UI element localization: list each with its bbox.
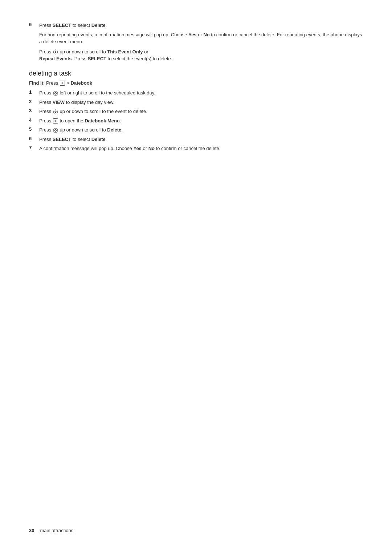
arrow-press: Press bbox=[39, 49, 53, 54]
intro-para1-text1: For non-repeating events, a confirmation… bbox=[39, 32, 188, 37]
intro-step6-delete: Delete bbox=[91, 23, 106, 28]
step-7-content: A confirmation message will pop up. Choo… bbox=[39, 145, 363, 152]
step3-press: Press bbox=[39, 109, 53, 114]
step4-menukey-icon bbox=[53, 118, 58, 123]
step4-text1: to open the bbox=[60, 118, 85, 123]
step-4-content: Press to open the Datebook Menu. bbox=[39, 117, 363, 125]
svg-point-5 bbox=[53, 91, 58, 96]
arrow-updown-text: up or down to scroll to bbox=[60, 49, 107, 54]
svg-marker-14 bbox=[56, 111, 57, 113]
step-3: 3 Press up or down to scroll to the even… bbox=[29, 108, 363, 115]
svg-marker-13 bbox=[54, 111, 55, 113]
svg-point-15 bbox=[53, 128, 58, 133]
intro-step6-toselect: to select bbox=[71, 23, 91, 28]
step7-no: No bbox=[148, 146, 155, 151]
intro-arrow-text: Press up or down to scroll to This Event… bbox=[39, 48, 363, 62]
page-footer: 30 main attractions bbox=[29, 528, 73, 533]
svg-marker-8 bbox=[54, 93, 55, 94]
step5-delete: Delete bbox=[107, 127, 121, 133]
intro-para1-or: or bbox=[197, 32, 204, 37]
page-content: 6 Press SELECT to select Delete. For non… bbox=[0, 0, 392, 176]
svg-marker-18 bbox=[54, 130, 55, 131]
step-7-number: 7 bbox=[29, 145, 39, 150]
intro-step6-number: 6 bbox=[29, 22, 39, 27]
step-7: 7 A confirmation message will pop up. Ch… bbox=[29, 145, 363, 152]
step7-text1: A confirmation message will pop up. Choo… bbox=[39, 146, 133, 151]
step-4-number: 4 bbox=[29, 117, 39, 123]
step6-press: Press bbox=[39, 137, 53, 142]
step4-datebook-menu: Datebook Menu bbox=[85, 118, 120, 123]
step-6-number: 6 bbox=[29, 136, 39, 141]
arrow-text3: . Press bbox=[72, 56, 88, 61]
svg-marker-9 bbox=[56, 93, 57, 94]
section-title: deleting a task bbox=[29, 70, 363, 77]
arrow-text4: to select the event(s) to delete. bbox=[106, 56, 172, 61]
step6-period: . bbox=[106, 137, 107, 142]
intro-para1-yes: Yes bbox=[188, 32, 196, 37]
find-it-press: Press bbox=[45, 80, 59, 86]
step-6-content: Press SELECT to select Delete. bbox=[39, 136, 363, 143]
step-5-content: Press up or down to scroll to Delete. bbox=[39, 126, 363, 134]
find-it-arrow: > bbox=[66, 80, 70, 86]
intro-step6-period: . bbox=[106, 23, 107, 28]
find-it-label: Find it: bbox=[29, 80, 45, 86]
arrow-bold2: Repeat Events bbox=[39, 56, 72, 61]
step-2-content: Press VIEW to display the day view. bbox=[39, 99, 363, 106]
svg-point-10 bbox=[53, 110, 58, 114]
step6-select: SELECT bbox=[53, 137, 71, 142]
find-it-line: Find it: Press > Datebook bbox=[29, 80, 363, 86]
find-it-datebook: Datebook bbox=[71, 80, 92, 86]
intro-step6-press: Press bbox=[39, 23, 53, 28]
page-number: 30 bbox=[29, 528, 34, 533]
step2-view: VIEW bbox=[53, 100, 65, 105]
step7-yes: Yes bbox=[133, 146, 141, 151]
step7-or: or bbox=[142, 146, 148, 151]
step-3-content: Press up or down to scroll to the event … bbox=[39, 108, 363, 115]
step-4: 4 Press to open the Datebook Menu. bbox=[29, 117, 363, 125]
step5-text1: up or down to scroll to bbox=[60, 127, 107, 133]
step-3-number: 3 bbox=[29, 108, 39, 113]
intro-para1: For non-repeating events, a confirmation… bbox=[39, 31, 363, 45]
step-6: 6 Press SELECT to select Delete. bbox=[29, 136, 363, 143]
step5-navkey-icon bbox=[53, 128, 58, 133]
step5-press: Press bbox=[39, 127, 53, 133]
intro-step6-select: SELECT bbox=[53, 23, 71, 28]
step1-text: left or right to scroll to the scheduled… bbox=[60, 90, 155, 96]
arrow-select: SELECT bbox=[88, 56, 106, 61]
arrow-or: or bbox=[143, 49, 148, 54]
step-1-content: Press left or right to scroll to the sch… bbox=[39, 89, 363, 97]
svg-marker-19 bbox=[56, 130, 57, 131]
step6-delete: Delete bbox=[91, 137, 106, 142]
intro-step6-content: Press SELECT to select Delete. bbox=[39, 22, 363, 29]
arrow-bold1: This Event Only bbox=[107, 49, 143, 54]
menu-icon bbox=[60, 81, 65, 86]
step3-text: up or down to scroll to the event to del… bbox=[60, 109, 147, 114]
step4-press: Press bbox=[39, 118, 53, 123]
step-2: 2 Press VIEW to display the day view. bbox=[29, 99, 363, 106]
step1-press: Press bbox=[39, 90, 53, 96]
step4-period: . bbox=[120, 118, 121, 123]
intro-para1-no: No bbox=[203, 32, 209, 37]
nav-updown-icon bbox=[53, 49, 58, 54]
step-1-number: 1 bbox=[29, 89, 39, 95]
step1-navkey-icon bbox=[53, 91, 58, 96]
intro-step6: 6 Press SELECT to select Delete. bbox=[29, 22, 363, 29]
step3-navkey-icon bbox=[53, 109, 58, 114]
step-5-number: 5 bbox=[29, 126, 39, 132]
step6-text2: to select bbox=[71, 137, 91, 142]
step7-text2: to confirm or cancel the delete. bbox=[155, 146, 220, 151]
step2-press: Press bbox=[39, 100, 53, 105]
intro-para-block: For non-repeating events, a confirmation… bbox=[39, 31, 363, 45]
step-5: 5 Press up or down to scroll to Delete. bbox=[29, 126, 363, 134]
step2-text: to display the day view. bbox=[65, 100, 114, 105]
step5-period: . bbox=[121, 127, 123, 133]
step-2-number: 2 bbox=[29, 99, 39, 104]
step-1: 1 Press left or right to scroll to the s… bbox=[29, 89, 363, 97]
footer-text: main attractions bbox=[40, 528, 73, 533]
